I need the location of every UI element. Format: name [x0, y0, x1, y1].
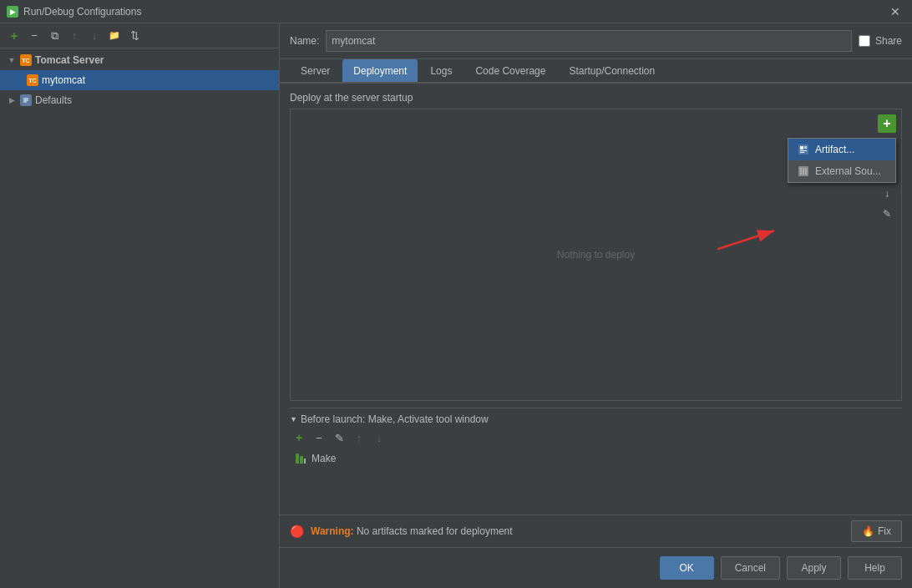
- tab-startup[interactable]: Startup/Connection: [558, 59, 666, 82]
- collapse-icon: ▼: [290, 415, 297, 423]
- deploy-section-label: Deploy at the server startup: [290, 92, 902, 104]
- artifacts-label: Artifact...: [815, 144, 854, 155]
- chevron-down-icon: ▼: [7, 55, 17, 65]
- chevron-right-icon: ▶: [7, 95, 17, 105]
- tree-group-tomcat[interactable]: ▼ TC Tomcat Server: [0, 50, 279, 70]
- add-deploy-button[interactable]: +: [878, 114, 896, 133]
- bl-up-button[interactable]: ↑: [350, 428, 368, 447]
- ok-button[interactable]: OK: [660, 556, 714, 580]
- defaults-icon: [20, 94, 32, 106]
- apply-button[interactable]: Apply: [787, 556, 841, 580]
- move-up-button[interactable]: ↑: [65, 27, 84, 45]
- right-panel: Name: Share Server Deployment Logs Code …: [280, 23, 912, 588]
- svg-rect-15: [296, 454, 299, 464]
- name-input[interactable]: [326, 30, 852, 52]
- before-launch-section: ▼ Before launch: Make, Activate tool win…: [290, 408, 902, 467]
- warning-bar: 🔴 Warning: No artifacts marked for deplo…: [280, 514, 912, 547]
- run-debug-icon: ▶: [7, 6, 18, 18]
- folder-button[interactable]: 📁: [105, 27, 124, 45]
- deploy-dropdown: Artifact... External: [788, 138, 896, 183]
- external-icon: [797, 165, 810, 178]
- defaults-label: Defaults: [35, 94, 72, 106]
- bl-edit-button[interactable]: ✎: [330, 428, 348, 447]
- tree-item-mytomcat[interactable]: TC mytomcat: [0, 70, 279, 90]
- share-row: Share: [859, 35, 902, 47]
- mytomcat-icon: TC: [27, 74, 38, 86]
- remove-config-button[interactable]: −: [25, 27, 43, 45]
- bl-down-button[interactable]: ↓: [370, 428, 388, 447]
- before-launch-header[interactable]: ▼ Before launch: Make, Activate tool win…: [290, 413, 902, 425]
- share-label: Share: [875, 35, 902, 47]
- before-launch-toolbar: + − ✎ ↑ ↓: [290, 428, 902, 447]
- cancel-button[interactable]: Cancel: [721, 556, 780, 580]
- mytomcat-label: mytomcat: [42, 74, 85, 86]
- main-container: + − ⧉ ↑ ↓ 📁 ⇅ ▼ TC Tomcat Server TC myto…: [0, 23, 912, 588]
- svg-rect-13: [803, 168, 804, 175]
- svg-line-5: [717, 231, 774, 249]
- external-label: External Sou...: [815, 165, 881, 177]
- make-label: Make: [312, 453, 336, 464]
- tab-content-deployment: Deploy at the server startup Nothing to …: [280, 84, 912, 514]
- svg-rect-10: [800, 152, 804, 153]
- before-launch-label: Before launch: Make, Activate tool windo…: [301, 413, 489, 425]
- sort-button[interactable]: ⇅: [125, 27, 144, 45]
- dropdown-artifacts[interactable]: Artifact...: [788, 139, 895, 160]
- deploy-area: Nothing to deploy +: [290, 109, 902, 401]
- name-row: Name: Share: [280, 23, 912, 59]
- title-bar: ▶ Run/Debug Configurations ✕: [0, 0, 912, 23]
- deploy-toolbar: +: [878, 114, 896, 223]
- svg-rect-8: [804, 146, 807, 149]
- dropdown-external[interactable]: External Sou...: [788, 160, 895, 182]
- warning-text: Warning: No artifacts marked for deploym…: [311, 525, 844, 537]
- svg-rect-9: [800, 150, 807, 151]
- close-button[interactable]: ✕: [885, 3, 905, 20]
- tabs-bar: Server Deployment Logs Code Coverage Sta…: [280, 59, 912, 84]
- svg-rect-16: [300, 456, 303, 464]
- move-down-deploy-button[interactable]: ↓: [878, 185, 896, 203]
- name-label: Name:: [290, 35, 319, 47]
- bottom-buttons: OK Cancel Apply Help: [280, 547, 912, 588]
- tab-server[interactable]: Server: [290, 59, 341, 82]
- tab-logs[interactable]: Logs: [419, 59, 463, 82]
- move-down-button[interactable]: ↓: [85, 27, 104, 45]
- bl-add-button[interactable]: +: [290, 428, 308, 447]
- svg-rect-12: [800, 168, 802, 175]
- tab-deployment[interactable]: Deployment: [342, 59, 418, 82]
- make-icon: [295, 453, 307, 464]
- fix-icon: 🔥: [862, 525, 874, 537]
- sidebar-toolbar: + − ⧉ ↑ ↓ 📁 ⇅: [0, 23, 279, 48]
- fix-button[interactable]: 🔥 Fix: [851, 520, 902, 542]
- copy-config-button[interactable]: ⧉: [45, 27, 63, 45]
- share-checkbox[interactable]: [859, 35, 870, 47]
- warning-bold: Warning:: [311, 525, 354, 537]
- svg-rect-7: [800, 146, 803, 150]
- title-bar-left: ▶ Run/Debug Configurations: [7, 6, 141, 18]
- deploy-empty-text: Nothing to deploy: [557, 249, 635, 261]
- add-config-button[interactable]: +: [5, 27, 23, 45]
- red-arrow-indicator: [717, 224, 784, 262]
- warning-icon: 🔴: [290, 525, 304, 538]
- svg-rect-14: [805, 168, 807, 175]
- fix-label: Fix: [878, 525, 891, 537]
- sidebar: + − ⧉ ↑ ↓ 📁 ⇅ ▼ TC Tomcat Server TC myto…: [0, 23, 280, 588]
- tree-item-defaults[interactable]: ▶ Defaults: [0, 90, 279, 110]
- tab-coverage[interactable]: Code Coverage: [464, 59, 556, 82]
- artifacts-icon: [797, 143, 810, 156]
- title-bar-text: Run/Debug Configurations: [23, 6, 141, 18]
- edit-deploy-button[interactable]: ✎: [878, 205, 896, 223]
- tomcat-group-label: Tomcat Server: [35, 54, 104, 66]
- bl-remove-button[interactable]: −: [310, 428, 328, 447]
- warning-detail: No artifacts marked for deployment: [354, 525, 513, 537]
- before-launch-item-make: Make: [290, 450, 902, 467]
- help-button[interactable]: Help: [848, 556, 902, 580]
- tomcat-group-icon: TC: [20, 54, 32, 66]
- svg-rect-17: [304, 459, 306, 464]
- sidebar-tree: ▼ TC Tomcat Server TC mytomcat ▶ Default…: [0, 48, 279, 588]
